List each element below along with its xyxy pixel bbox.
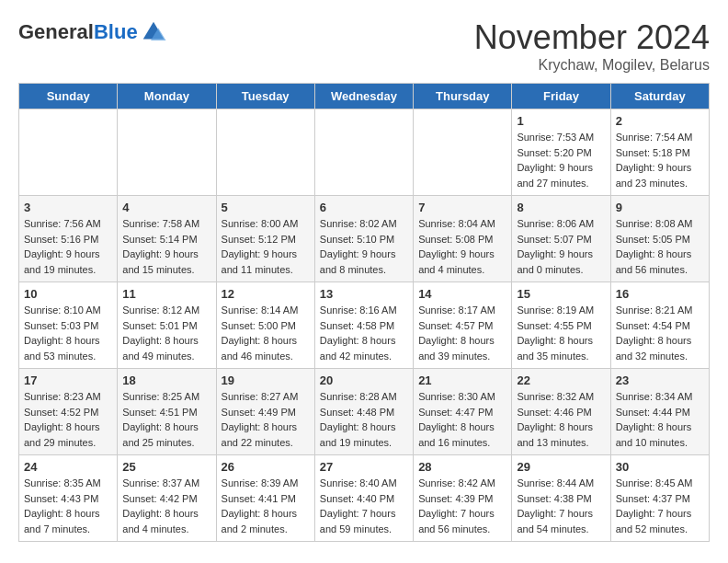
title-block: November 2024 Krychaw, Mogilev, Belarus [474,18,710,74]
calendar-cell: 19Sunrise: 8:27 AM Sunset: 4:49 PM Dayli… [216,369,314,455]
calendar-cell: 6Sunrise: 8:02 AM Sunset: 5:10 PM Daylig… [314,196,413,282]
day-info: Sunrise: 8:17 AM Sunset: 4:57 PM Dayligh… [418,303,506,363]
day-info: Sunrise: 8:37 AM Sunset: 4:42 PM Dayligh… [122,476,210,536]
calendar-cell: 13Sunrise: 8:16 AM Sunset: 4:58 PM Dayli… [314,282,413,369]
calendar-week-row: 3Sunrise: 7:56 AM Sunset: 5:16 PM Daylig… [19,196,710,282]
day-info: Sunrise: 8:30 AM Sunset: 4:47 PM Dayligh… [418,389,506,450]
weekday-header: Thursday [414,84,512,109]
day-info: Sunrise: 8:40 AM Sunset: 4:40 PM Dayligh… [320,476,408,536]
calendar-cell: 10Sunrise: 8:10 AM Sunset: 5:03 PM Dayli… [19,282,118,369]
calendar-week-row: 24Sunrise: 8:35 AM Sunset: 4:43 PM Dayli… [19,455,710,542]
day-info: Sunrise: 8:45 AM Sunset: 4:37 PM Dayligh… [616,476,704,536]
day-info: Sunrise: 8:25 AM Sunset: 4:51 PM Dayligh… [122,389,210,450]
day-number: 8 [517,201,605,214]
day-info: Sunrise: 8:08 AM Sunset: 5:05 PM Dayligh… [616,216,704,277]
weekday-header: Tuesday [216,84,314,109]
day-number: 4 [122,201,210,214]
calendar-cell: 14Sunrise: 8:17 AM Sunset: 4:57 PM Dayli… [414,282,512,369]
logo-blue: Blue [94,20,138,44]
calendar-cell: 5Sunrise: 8:00 AM Sunset: 5:12 PM Daylig… [216,196,314,282]
day-info: Sunrise: 8:21 AM Sunset: 4:54 PM Dayligh… [616,303,704,363]
day-number: 27 [320,460,408,474]
calendar-cell: 25Sunrise: 8:37 AM Sunset: 4:42 PM Dayli… [118,455,216,542]
day-number: 30 [616,460,704,474]
calendar-cell: 9Sunrise: 8:08 AM Sunset: 5:05 PM Daylig… [610,196,709,282]
day-info: Sunrise: 8:35 AM Sunset: 4:43 PM Dayligh… [24,476,112,536]
day-info: Sunrise: 7:54 AM Sunset: 5:18 PM Dayligh… [616,130,704,190]
day-number: 23 [616,373,704,387]
day-info: Sunrise: 8:34 AM Sunset: 4:44 PM Dayligh… [616,389,704,450]
calendar-cell: 15Sunrise: 8:19 AM Sunset: 4:55 PM Dayli… [512,282,610,369]
day-number: 1 [517,114,605,128]
day-info: Sunrise: 8:19 AM Sunset: 4:55 PM Dayligh… [517,303,605,363]
calendar-week-row: 17Sunrise: 8:23 AM Sunset: 4:52 PM Dayli… [19,369,710,455]
day-number: 21 [418,373,506,387]
day-number: 26 [222,460,310,474]
calendar-week-row: 10Sunrise: 8:10 AM Sunset: 5:03 PM Dayli… [19,282,710,369]
day-number: 15 [517,287,605,301]
calendar-cell: 21Sunrise: 8:30 AM Sunset: 4:47 PM Dayli… [414,369,512,455]
day-number: 25 [122,460,210,474]
day-number: 11 [122,287,210,301]
day-number: 9 [616,201,704,214]
page-header: GeneralBlue November 2024 Krychaw, Mogil… [18,18,710,74]
weekday-header: Wednesday [314,84,413,109]
day-number: 28 [418,460,506,474]
day-info: Sunrise: 7:58 AM Sunset: 5:14 PM Dayligh… [122,216,210,277]
logo-text: GeneralBlue [18,18,167,46]
calendar-cell: 12Sunrise: 8:14 AM Sunset: 5:00 PM Dayli… [216,282,314,369]
location-subtitle: Krychaw, Mogilev, Belarus [474,57,710,74]
day-number: 29 [517,460,605,474]
calendar-cell: 7Sunrise: 8:04 AM Sunset: 5:08 PM Daylig… [414,196,512,282]
day-info: Sunrise: 7:53 AM Sunset: 5:20 PM Dayligh… [517,130,605,190]
day-number: 22 [517,373,605,387]
weekday-header: Monday [118,84,216,109]
day-info: Sunrise: 8:10 AM Sunset: 5:03 PM Dayligh… [24,303,112,363]
logo-icon [140,18,167,46]
day-number: 2 [616,114,704,128]
day-number: 14 [418,287,506,301]
day-number: 13 [320,287,408,301]
calendar-week-row: 1Sunrise: 7:53 AM Sunset: 5:20 PM Daylig… [19,109,710,196]
day-number: 5 [222,201,310,214]
day-info: Sunrise: 8:04 AM Sunset: 5:08 PM Dayligh… [418,216,506,277]
calendar-cell: 4Sunrise: 7:58 AM Sunset: 5:14 PM Daylig… [118,196,216,282]
weekday-header: Friday [512,84,610,109]
day-info: Sunrise: 7:56 AM Sunset: 5:16 PM Dayligh… [24,216,112,277]
calendar-cell: 1Sunrise: 7:53 AM Sunset: 5:20 PM Daylig… [512,109,610,196]
calendar-cell: 11Sunrise: 8:12 AM Sunset: 5:01 PM Dayli… [118,282,216,369]
day-info: Sunrise: 8:32 AM Sunset: 4:46 PM Dayligh… [517,389,605,450]
calendar-cell [19,109,118,196]
weekday-header: Sunday [19,84,118,109]
calendar-cell: 23Sunrise: 8:34 AM Sunset: 4:44 PM Dayli… [610,369,709,455]
calendar-cell [314,109,413,196]
calendar-cell [118,109,216,196]
day-info: Sunrise: 8:06 AM Sunset: 5:07 PM Dayligh… [517,216,605,277]
day-info: Sunrise: 8:12 AM Sunset: 5:01 PM Dayligh… [122,303,210,363]
calendar-cell: 22Sunrise: 8:32 AM Sunset: 4:46 PM Dayli… [512,369,610,455]
calendar-cell: 8Sunrise: 8:06 AM Sunset: 5:07 PM Daylig… [512,196,610,282]
day-number: 19 [222,373,310,387]
day-number: 18 [122,373,210,387]
day-number: 3 [24,201,112,214]
calendar-cell: 16Sunrise: 8:21 AM Sunset: 4:54 PM Dayli… [610,282,709,369]
day-info: Sunrise: 8:23 AM Sunset: 4:52 PM Dayligh… [24,389,112,450]
day-info: Sunrise: 8:44 AM Sunset: 4:38 PM Dayligh… [517,476,605,536]
day-info: Sunrise: 8:27 AM Sunset: 4:49 PM Dayligh… [222,389,310,450]
day-number: 16 [616,287,704,301]
calendar-cell: 3Sunrise: 7:56 AM Sunset: 5:16 PM Daylig… [19,196,118,282]
day-info: Sunrise: 8:14 AM Sunset: 5:00 PM Dayligh… [222,303,310,363]
calendar-cell: 24Sunrise: 8:35 AM Sunset: 4:43 PM Dayli… [19,455,118,542]
calendar-cell [414,109,512,196]
logo: GeneralBlue [18,18,167,46]
calendar-cell: 30Sunrise: 8:45 AM Sunset: 4:37 PM Dayli… [610,455,709,542]
day-number: 17 [24,373,112,387]
calendar-cell: 27Sunrise: 8:40 AM Sunset: 4:40 PM Dayli… [314,455,413,542]
weekday-header: Saturday [610,84,709,109]
calendar-cell: 18Sunrise: 8:25 AM Sunset: 4:51 PM Dayli… [118,369,216,455]
day-number: 24 [24,460,112,474]
day-info: Sunrise: 8:16 AM Sunset: 4:58 PM Dayligh… [320,303,408,363]
logo-general: General [18,20,94,44]
calendar-cell [216,109,314,196]
day-number: 10 [24,287,112,301]
